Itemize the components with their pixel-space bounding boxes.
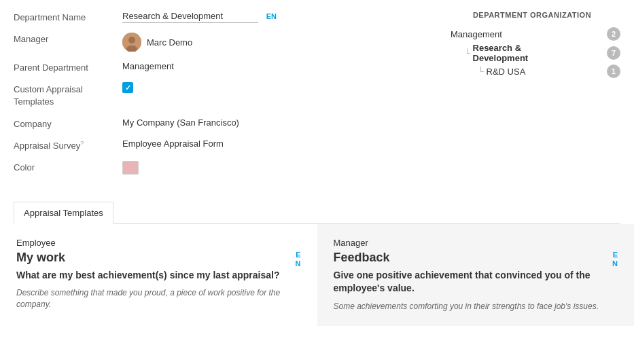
org-research-label: Research &Development — [473, 43, 529, 63]
manager-lang2: N — [612, 259, 618, 268]
employee-header-row: My work E N — [16, 251, 301, 269]
custom-appraisal-checkbox[interactable] — [122, 82, 417, 93]
employee-lang1: E — [296, 251, 300, 259]
employee-col: Employee My work E N What are my best ac… — [0, 224, 317, 326]
org-rnd-row: └ R&D USA 1 — [478, 64, 620, 79]
org-research-line: └ — [464, 48, 470, 58]
org-rnd-child: └ R&D USA 1 — [464, 64, 620, 79]
department-name-value: EN — [122, 11, 417, 23]
main-content: Department Name EN Manager Marc Demo — [0, 0, 634, 195]
org-rnd-badge: 1 — [607, 65, 620, 78]
org-rnd-indent: └ R&D USA — [478, 67, 525, 77]
org-rnd-line: └ — [478, 67, 484, 76]
org-management-row: Management 2 — [451, 26, 620, 42]
color-swatch[interactable] — [122, 161, 139, 175]
org-research-child: └ Research &Development 7 └ R&D USA 1 — [451, 42, 620, 79]
custom-appraisal-row: Custom Appraisal Templates — [14, 82, 417, 108]
manager-title: Feedback — [334, 251, 390, 265]
employee-role: Employee — [16, 238, 301, 248]
svg-point-1 — [128, 37, 135, 43]
employee-lang2: N — [296, 259, 301, 268]
manager-question: Give one positive achievement that convi… — [334, 269, 618, 295]
manager-name: Marc Demo — [147, 37, 192, 48]
employee-question: What are my best achievement(s) since my… — [16, 269, 301, 283]
tabs-bar: Appraisal Templates — [14, 202, 620, 224]
org-research-badge: 7 — [607, 46, 620, 60]
org-research-indent: └ Research &Development — [464, 43, 528, 63]
tab-appraisal-templates[interactable]: Appraisal Templates — [14, 202, 113, 224]
appraisal-survey-value: Employee Appraisal Form — [122, 139, 417, 149]
appraisal-survey-superscript: ? — [80, 140, 84, 147]
manager-row: Manager Marc Demo — [14, 33, 417, 52]
parent-department-row: Parent Department Management — [14, 61, 417, 73]
department-name-row: Department Name EN — [14, 11, 417, 23]
checkbox-checked[interactable] — [122, 82, 133, 93]
employee-lang-badges: E N — [296, 251, 301, 268]
department-name-lang: EN — [266, 12, 277, 20]
custom-appraisal-label: Custom Appraisal Templates — [14, 82, 122, 108]
org-rnd-label: R&D USA — [487, 67, 526, 77]
manager-lang1: E — [613, 251, 618, 259]
appraisal-survey-label: Appraisal Survey? — [14, 139, 122, 151]
parent-department-label: Parent Department — [14, 61, 122, 73]
manager-col: Manager Feedback E N Give one positive a… — [317, 224, 635, 326]
manager-header-row: Feedback E N — [334, 251, 618, 269]
org-title: DEPARTMENT ORGANIZATION — [444, 11, 620, 19]
company-label: Company — [14, 117, 122, 129]
org-management-badge: 2 — [607, 27, 620, 41]
org-management-label: Management — [451, 29, 502, 39]
form-section: Department Name EN Manager Marc Demo — [14, 11, 417, 184]
avatar — [122, 33, 141, 52]
department-name-input[interactable] — [122, 11, 258, 23]
employee-desc: Describe something that made you proud, … — [16, 287, 301, 310]
manager-value: Marc Demo — [122, 33, 417, 52]
company-row: Company My Company (San Francisco) — [14, 117, 417, 129]
color-label: Color — [14, 161, 122, 172]
parent-department-value: Management — [122, 61, 417, 71]
color-value — [122, 161, 417, 175]
manager-role: Manager — [334, 238, 618, 248]
org-research-row: └ Research &Development 7 — [464, 42, 620, 64]
department-name-label: Department Name — [14, 11, 122, 22]
manager-desc: Some achievements comforting you in thei… — [334, 301, 618, 312]
manager-lang-badges: E N — [612, 251, 618, 268]
employee-title: My work — [16, 251, 65, 265]
manager-label: Manager — [14, 33, 122, 44]
org-tree: Management 2 └ Research &Development 7 └ — [444, 26, 620, 79]
appraisal-survey-row: Appraisal Survey? Employee Appraisal For… — [14, 139, 417, 151]
appraisal-grid: Employee My work E N What are my best ac… — [0, 224, 634, 326]
company-value: My Company (San Francisco) — [122, 117, 417, 128]
color-row: Color — [14, 161, 417, 175]
org-section: DEPARTMENT ORGANIZATION Management 2 └ R… — [444, 11, 620, 184]
